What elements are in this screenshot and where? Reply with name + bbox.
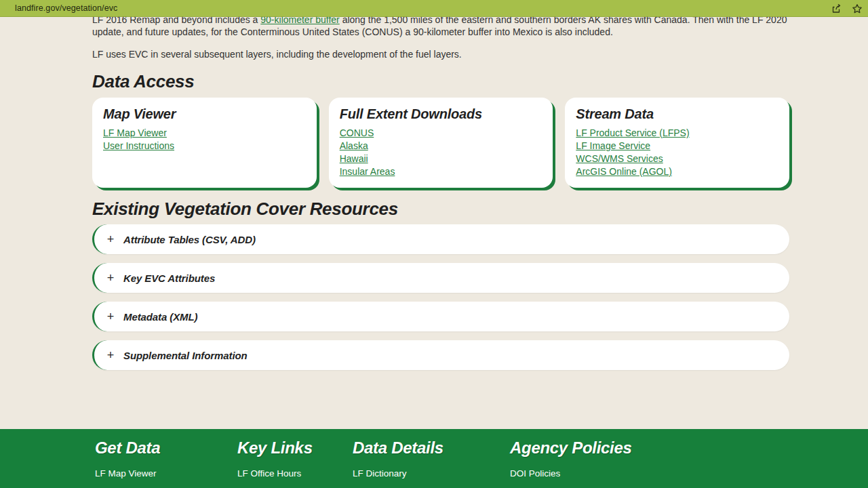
footer-column-key-links: Key Links LF Office Hours — [237, 438, 353, 488]
accordion-label: Metadata (XML) — [123, 311, 197, 323]
link-insular-areas[interactable]: Insular Areas — [340, 165, 542, 178]
link-hawaii[interactable]: Hawaii — [340, 152, 542, 165]
share-icon[interactable] — [831, 3, 842, 14]
star-icon[interactable] — [852, 3, 863, 14]
plus-icon: + — [106, 348, 115, 363]
resources-accordions: + Attribute Tables (CSV, ADD) + Key EVC … — [92, 224, 789, 370]
footer-link-lf-office-hours[interactable]: LF Office Hours — [237, 468, 353, 479]
accordion-attribute-tables[interactable]: + Attribute Tables (CSV, ADD) — [92, 224, 789, 254]
footer-heading: Agency Policies — [510, 438, 632, 458]
card-stream-data: Stream Data LF Product Service (LFPS) LF… — [565, 98, 789, 188]
link-user-instructions[interactable]: User Instructions — [103, 140, 306, 152]
accordion-label: Key EVC Attributes — [123, 272, 215, 284]
browser-url-bar[interactable]: landfire.gov/vegetation/evc — [0, 0, 868, 17]
footer-column-get-data: Get Data LF Map Viewer — [95, 438, 237, 488]
plus-icon: + — [106, 310, 115, 324]
footer-heading: Data Details — [353, 438, 510, 458]
accordion-label: Attribute Tables (CSV, ADD) — [123, 234, 256, 245]
link-lf-image-service[interactable]: LF Image Service — [576, 140, 778, 152]
page-content: LF 2016 Remap and beyond includes a 90-k… — [0, 0, 868, 379]
link-alaska[interactable]: Alaska — [340, 140, 542, 152]
link-arcgis-online[interactable]: ArcGIS Online (AGOL) — [576, 165, 778, 178]
footer-link-doi-policies[interactable]: DOI Policies — [510, 468, 632, 479]
resources-title: Existing Vegetation Cover Resources — [92, 198, 789, 220]
card-title: Map Viewer — [103, 105, 306, 123]
link-conus[interactable]: CONUS — [340, 127, 542, 140]
accordion-supplemental-information[interactable]: + Supplemental Information — [92, 340, 789, 370]
data-access-title: Data Access — [92, 70, 789, 92]
url-text[interactable]: landfire.gov/vegetation/evc — [15, 3, 117, 13]
accordion-metadata-xml[interactable]: + Metadata (XML) — [92, 302, 789, 331]
link-wcs-wms-services[interactable]: WCS/WMS Services — [576, 152, 778, 165]
footer-heading: Get Data — [95, 438, 237, 458]
data-access-cards: Map Viewer LF Map Viewer User Instructio… — [92, 98, 789, 188]
link-lf-map-viewer[interactable]: LF Map Viewer — [103, 127, 306, 140]
footer: Get Data LF Map Viewer Key Links LF Offi… — [0, 429, 868, 488]
card-title: Full Extent Downloads — [340, 105, 542, 123]
accordion-key-evc-attributes[interactable]: + Key EVC Attributes — [92, 263, 789, 293]
footer-column-agency-policies: Agency Policies DOI Policies — [510, 438, 632, 488]
footer-heading: Key Links — [237, 438, 353, 458]
intro-paragraph-2: LF uses EVC in several subsequent layers… — [92, 48, 789, 60]
card-map-viewer: Map Viewer LF Map Viewer User Instructio… — [92, 98, 317, 188]
card-full-extent-downloads: Full Extent Downloads CONUS Alaska Hawai… — [329, 98, 553, 188]
footer-column-data-details: Data Details LF Dictionary — [353, 438, 510, 488]
accordion-label: Supplemental Information — [123, 350, 248, 361]
plus-icon: + — [106, 271, 115, 285]
card-title: Stream Data — [576, 105, 778, 123]
plus-icon: + — [106, 232, 115, 247]
footer-link-lf-dictionary[interactable]: LF Dictionary — [353, 468, 510, 479]
link-lf-product-service[interactable]: LF Product Service (LFPS) — [576, 127, 778, 140]
footer-link-lf-map-viewer[interactable]: LF Map Viewer — [95, 468, 237, 479]
